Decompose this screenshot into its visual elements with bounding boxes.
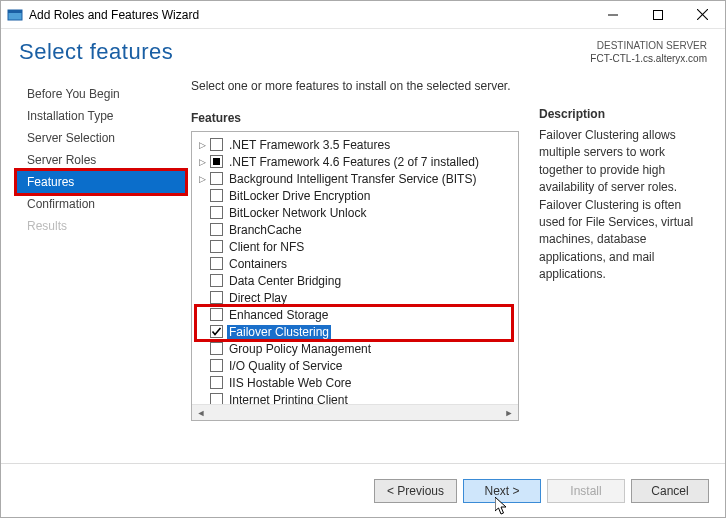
cancel-button[interactable]: Cancel — [631, 479, 709, 503]
minimize-button[interactable] — [590, 1, 635, 28]
feature-row[interactable]: Containers — [196, 255, 516, 272]
feature-row[interactable]: BitLocker Drive Encryption — [196, 187, 516, 204]
previous-button[interactable]: < Previous — [374, 479, 457, 503]
feature-label: Internet Printing Client — [227, 393, 350, 405]
left-nav: Before You BeginInstallation TypeServer … — [17, 79, 185, 463]
feature-checkbox[interactable] — [210, 155, 223, 168]
window-buttons — [590, 1, 725, 28]
feature-checkbox[interactable] — [210, 189, 223, 202]
svg-rect-3 — [653, 10, 662, 19]
feature-checkbox[interactable] — [210, 376, 223, 389]
feature-label: Enhanced Storage — [227, 308, 330, 322]
feature-checkbox[interactable] — [210, 172, 223, 185]
feature-checkbox[interactable] — [210, 257, 223, 270]
destination-label: DESTINATION SERVER — [590, 39, 707, 52]
features-list[interactable]: ▷.NET Framework 3.5 Features▷.NET Framew… — [192, 132, 518, 404]
wizard-body: Before You BeginInstallation TypeServer … — [1, 73, 725, 463]
scroll-left-icon[interactable]: ◄ — [194, 407, 208, 419]
feature-label: .NET Framework 4.6 Features (2 of 7 inst… — [227, 155, 481, 169]
feature-row[interactable]: ▷.NET Framework 3.5 Features — [196, 136, 516, 153]
expand-arrow-icon[interactable]: ▷ — [196, 157, 208, 167]
maximize-button[interactable] — [635, 1, 680, 28]
page-title: Select features — [19, 39, 590, 65]
feature-checkbox[interactable] — [210, 274, 223, 287]
feature-label: Group Policy Management — [227, 342, 373, 356]
close-button[interactable] — [680, 1, 725, 28]
feature-checkbox[interactable] — [210, 325, 223, 338]
feature-row[interactable]: Group Policy Management — [196, 340, 516, 357]
titlebar: Add Roles and Features Wizard — [1, 1, 725, 29]
scroll-right-icon[interactable]: ► — [502, 407, 516, 419]
wizard-window: Add Roles and Features Wizard Select fea… — [0, 0, 726, 518]
feature-row[interactable]: Data Center Bridging — [196, 272, 516, 289]
feature-row[interactable]: IIS Hostable Web Core — [196, 374, 516, 391]
feature-label: Data Center Bridging — [227, 274, 343, 288]
feature-row[interactable]: Failover Clustering — [196, 323, 516, 340]
feature-checkbox[interactable] — [210, 308, 223, 321]
destination-server: FCT-CTL-1.cs.alteryx.com — [590, 52, 707, 65]
feature-label: .NET Framework 3.5 Features — [227, 138, 392, 152]
nav-item-results: Results — [17, 215, 185, 237]
feature-checkbox[interactable] — [210, 291, 223, 304]
feature-label: Client for NFS — [227, 240, 306, 254]
nav-item-confirmation[interactable]: Confirmation — [17, 193, 185, 215]
feature-row[interactable]: BitLocker Network Unlock — [196, 204, 516, 221]
expand-arrow-icon[interactable]: ▷ — [196, 174, 208, 184]
feature-row[interactable]: ▷.NET Framework 4.6 Features (2 of 7 ins… — [196, 153, 516, 170]
feature-row[interactable]: ▷Background Intelligent Transfer Service… — [196, 170, 516, 187]
svg-rect-1 — [8, 10, 22, 13]
feature-checkbox[interactable] — [210, 342, 223, 355]
feature-checkbox[interactable] — [210, 223, 223, 236]
horizontal-scrollbar[interactable]: ◄ ► — [192, 404, 518, 420]
feature-label: BitLocker Network Unlock — [227, 206, 368, 220]
feature-checkbox[interactable] — [210, 240, 223, 253]
feature-row[interactable]: Client for NFS — [196, 238, 516, 255]
description-text: Failover Clustering allows multiple serv… — [539, 127, 709, 284]
next-button[interactable]: Next > — [463, 479, 541, 503]
destination-block: DESTINATION SERVER FCT-CTL-1.cs.alteryx.… — [590, 39, 707, 65]
install-button: Install — [547, 479, 625, 503]
features-heading: Features — [191, 111, 519, 125]
feature-checkbox[interactable] — [210, 206, 223, 219]
feature-label: Background Intelligent Transfer Service … — [227, 172, 478, 186]
expand-arrow-icon[interactable]: ▷ — [196, 140, 208, 150]
wizard-icon — [7, 7, 23, 23]
features-box: ▷.NET Framework 3.5 Features▷.NET Framew… — [191, 131, 519, 421]
center-pane: Select one or more features to install o… — [185, 79, 523, 463]
description-heading: Description — [539, 107, 709, 121]
page-header: Select features DESTINATION SERVER FCT-C… — [1, 29, 725, 73]
instruction-text: Select one or more features to install o… — [191, 79, 519, 93]
feature-row[interactable]: BranchCache — [196, 221, 516, 238]
svg-rect-7 — [213, 158, 220, 165]
feature-checkbox[interactable] — [210, 359, 223, 372]
feature-label: BitLocker Drive Encryption — [227, 189, 372, 203]
feature-checkbox[interactable] — [210, 393, 223, 404]
feature-label: Containers — [227, 257, 289, 271]
nav-item-features[interactable]: Features — [14, 168, 188, 196]
feature-label: Direct Play — [227, 291, 289, 305]
feature-row[interactable]: I/O Quality of Service — [196, 357, 516, 374]
feature-label: BranchCache — [227, 223, 304, 237]
footer: < Previous Next > Install Cancel — [1, 463, 725, 517]
feature-label: IIS Hostable Web Core — [227, 376, 354, 390]
nav-item-before-you-begin[interactable]: Before You Begin — [17, 83, 185, 105]
feature-label: I/O Quality of Service — [227, 359, 344, 373]
feature-row[interactable]: Direct Play — [196, 289, 516, 306]
feature-label: Failover Clustering — [227, 325, 331, 339]
feature-row[interactable]: Enhanced Storage — [196, 306, 516, 323]
description-pane: Description Failover Clustering allows m… — [523, 79, 709, 463]
nav-item-server-selection[interactable]: Server Selection — [17, 127, 185, 149]
feature-checkbox[interactable] — [210, 138, 223, 151]
titlebar-title: Add Roles and Features Wizard — [29, 8, 590, 22]
nav-item-installation-type[interactable]: Installation Type — [17, 105, 185, 127]
feature-row[interactable]: Internet Printing Client — [196, 391, 516, 404]
